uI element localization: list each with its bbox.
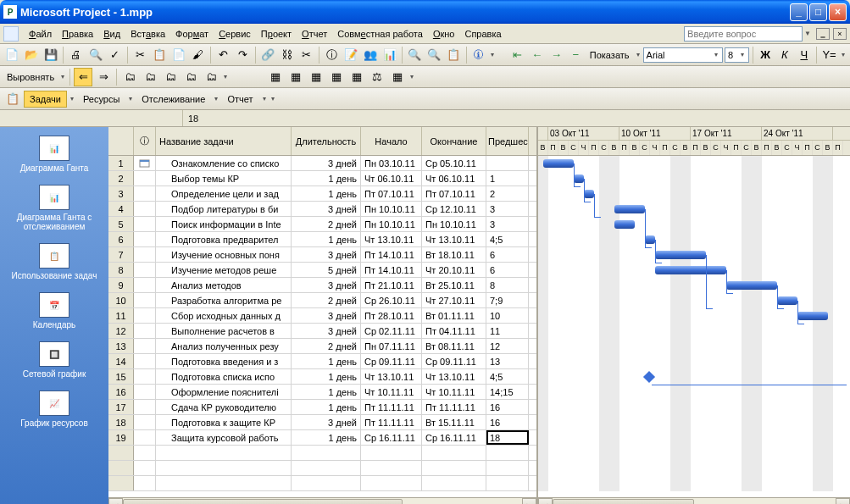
table-row[interactable]: 9Анализ методов3 днейПт 21.10.11Вт 25.10…	[108, 278, 536, 293]
name-cell[interactable]: Защита курсовой работь	[156, 430, 292, 445]
day-header[interactable]: Ч	[579, 141, 589, 155]
col-pred[interactable]: Предшес	[486, 127, 529, 155]
duration-cell[interactable]: 1 день	[292, 369, 361, 384]
name-cell[interactable]: Ознакомление со списко	[156, 156, 292, 170]
nav-first-button[interactable]: ⇤	[509, 46, 527, 64]
pred-cell[interactable]: 6	[486, 247, 529, 262]
table-row[interactable]: 5Поиск информации в Inte2 днейПн 10.10.1…	[108, 217, 536, 232]
day-header[interactable]: П	[619, 141, 630, 155]
day-header[interactable]: С	[569, 141, 579, 155]
copy-button[interactable]: 📋	[151, 46, 169, 64]
duration-cell[interactable]: 3 дней	[292, 278, 361, 292]
start-cell[interactable]: Ср 02.11.11	[361, 324, 422, 338]
tb4-4[interactable]: ▦	[327, 68, 346, 86]
finish-cell[interactable]: Ср 12.10.11	[422, 202, 486, 216]
name-cell[interactable]: Сбор исходных данных д	[156, 308, 292, 323]
paste-button[interactable]: 📄	[169, 46, 187, 64]
col-indicator[interactable]: ⓘ	[134, 127, 156, 155]
finish-cell[interactable]: Пт 04.11.11	[422, 324, 486, 338]
pred-cell[interactable]	[486, 156, 529, 170]
finish-cell[interactable]: Чт 10.11.11	[422, 385, 486, 399]
row-number[interactable]: 10	[108, 293, 134, 307]
table-row[interactable]: 7Изучение основных поня3 днейПт 14.10.11…	[108, 247, 536, 263]
finish-cell[interactable]: Вт 18.10.11	[422, 247, 486, 262]
menu-help[interactable]: Справка	[459, 26, 506, 42]
cell-value[interactable]: 18	[183, 114, 203, 124]
pred-cell[interactable]: 3	[486, 202, 529, 216]
name-cell[interactable]: Изучение методов реше	[156, 263, 292, 277]
indent-button[interactable]: ⇒	[94, 68, 113, 86]
name-cell[interactable]: Поиск информации в Inte	[156, 217, 292, 231]
start-cell[interactable]: Ср 16.11.11	[361, 430, 422, 445]
table-row[interactable]: 17Сдача КР руководителю1 деньПт 11.11.11…	[108, 400, 536, 415]
show-dropdown-icon[interactable]: ▾	[635, 51, 642, 58]
col-finish[interactable]: Окончание	[422, 127, 486, 155]
day-header[interactable]: С	[640, 141, 650, 155]
start-cell[interactable]: Пт 11.11.11	[361, 400, 422, 414]
filter-button[interactable]: Y=	[820, 46, 838, 64]
tb4-5[interactable]: ▦	[347, 68, 366, 86]
duration-cell[interactable]: 1 день	[292, 171, 361, 186]
week-header[interactable]: 10 Окт '11	[619, 127, 691, 140]
note-button[interactable]: 📝	[342, 46, 360, 64]
underline-button[interactable]: Ч	[795, 46, 813, 64]
tb4-1[interactable]: ▦	[266, 68, 285, 86]
gantt-bar[interactable]	[777, 296, 797, 305]
duration-cell[interactable]: 1 день	[292, 232, 361, 246]
name-cell[interactable]: Оформление пояснителі	[156, 385, 292, 399]
outdent-button[interactable]: ⇐	[74, 68, 92, 86]
row-number[interactable]: 2	[108, 171, 134, 186]
pred-cell[interactable]: 13	[486, 354, 529, 368]
start-cell[interactable]: Пт 14.10.11	[361, 263, 422, 277]
sidebar-item-5[interactable]: 📈График ресурсов	[0, 387, 108, 436]
week-header[interactable]: 24 Окт '11	[762, 127, 833, 140]
sidebar-item-2[interactable]: 📋Использование задач	[0, 240, 108, 289]
day-header[interactable]: Ч	[792, 141, 803, 155]
sidebar-item-1[interactable]: 📊Диаграмма Ганта с отслеживанием	[0, 181, 108, 240]
preview-button[interactable]: 🔍	[86, 46, 104, 64]
start-cell[interactable]: Пн 10.10.11	[361, 217, 422, 231]
table-row[interactable]: 4Подбор литературы в би3 днейПн 10.10.11…	[108, 202, 536, 217]
open-button[interactable]: 📂	[23, 46, 41, 64]
start-cell[interactable]: Пт 11.11.11	[361, 415, 422, 429]
table-row[interactable]: 13Анализ полученных резу2 днейПн 07.11.1…	[108, 339, 536, 354]
day-header[interactable]: С	[782, 141, 792, 155]
finish-cell[interactable]: Вт 08.11.11	[422, 339, 486, 353]
row-number[interactable]: 8	[108, 263, 134, 277]
table-row[interactable]: 19Защита курсовой работь1 деньСр 16.11.1…	[108, 430, 536, 446]
outline1-button[interactable]: 🗂	[120, 68, 139, 86]
day-header[interactable]: С	[813, 141, 823, 155]
table-row[interactable]: 12Выполнение расчетов в3 днейСр 02.11.11…	[108, 324, 536, 339]
row-number[interactable]: 6	[108, 232, 134, 246]
report-tab[interactable]: Отчет	[221, 91, 258, 108]
name-cell[interactable]: Выбор темы КР	[156, 171, 292, 186]
finish-cell[interactable]: Чт 27.10.11	[422, 293, 486, 307]
day-header[interactable]: П	[589, 141, 599, 155]
name-cell[interactable]: Подготовка к защите КР	[156, 415, 292, 429]
col-name[interactable]: Название задачи	[156, 127, 292, 155]
tb4-6[interactable]: ⚖	[368, 68, 386, 86]
name-cell[interactable]: Выполнение расчетов в	[156, 324, 292, 338]
row-number[interactable]: 13	[108, 339, 134, 353]
week-header[interactable]: 17 Окт '11	[691, 127, 762, 140]
gantt-bar[interactable]	[614, 205, 645, 213]
gantt-bar[interactable]	[574, 174, 584, 183]
table-row[interactable]: 18Подготовка к защите КР3 днейПт 11.11.1…	[108, 415, 536, 430]
start-cell[interactable]: Чт 13.10.11	[361, 369, 422, 384]
pred-cell[interactable]: 18	[486, 430, 529, 445]
name-cell[interactable]: Разработка алгоритма ре	[156, 293, 292, 307]
day-header[interactable]: В	[630, 141, 640, 155]
day-header[interactable]: П	[548, 141, 558, 155]
pred-cell[interactable]: 14;15	[486, 385, 529, 399]
day-header[interactable]: В	[823, 141, 833, 155]
finish-cell[interactable]: Вт 25.10.11	[422, 278, 486, 292]
show-label[interactable]: Показать	[586, 50, 633, 60]
day-header[interactable]: П	[833, 141, 843, 155]
pred-cell[interactable]: 16	[486, 415, 529, 429]
finish-cell[interactable]: Вт 01.11.11	[422, 308, 486, 323]
duration-cell[interactable]: 2 дней	[292, 293, 361, 307]
menu-edit[interactable]: Правка	[57, 26, 98, 42]
split-button[interactable]: ✂	[297, 46, 315, 64]
assign-button[interactable]: 👥	[362, 46, 380, 64]
name-cell[interactable]: Анализ методов	[156, 278, 292, 292]
